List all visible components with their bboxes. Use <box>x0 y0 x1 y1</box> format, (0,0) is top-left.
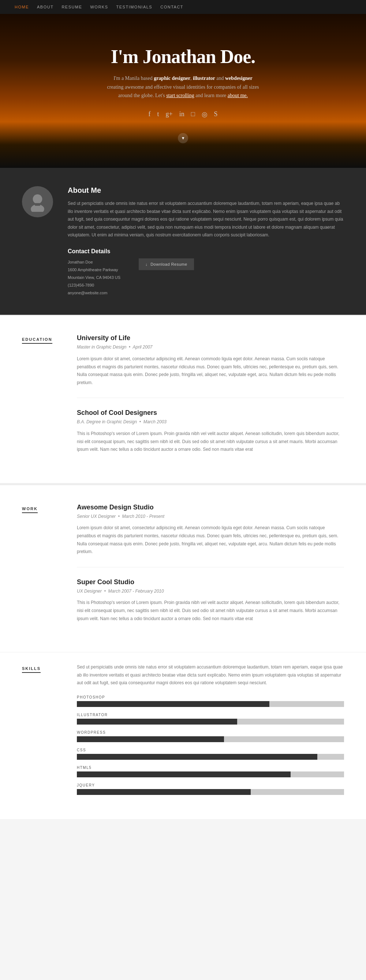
googleplus-icon[interactable]: g+ <box>165 110 173 118</box>
contact-address1: 1600 Amphitheatre Parkway <box>68 266 120 274</box>
navigation: HOME ABOUT RESUME WORKS TESTIMONIALS CON… <box>0 0 366 14</box>
work-desc-1: Lorem ipsum dolor sit amet, consectetur … <box>77 524 344 555</box>
work-item-1: Awesome Design Studio Senior UX Designer… <box>77 504 344 556</box>
education-item-2: School of Cool Designers B.A. Degree in … <box>77 409 344 453</box>
about-content: About Me Sed ut perspiciatis unde omnis … <box>68 186 344 296</box>
skill-bar-html5 <box>77 772 344 777</box>
skill-bar-wordpress <box>77 736 344 742</box>
contact-address2: Mountain View, CA 94043 US <box>68 274 120 282</box>
education-item-1: University of Life Master in Graphic Des… <box>77 334 344 387</box>
contact-row: Jonathan Doe 1600 Amphitheatre Parkway M… <box>68 258 344 296</box>
education-label: EDUCATION <box>22 334 59 465</box>
hero-title: I'm Jonathan Doe. <box>111 46 255 67</box>
contact-details: Contact Details Jonathan Doe 1600 Amphit… <box>68 248 344 296</box>
nav-contact[interactable]: CONTACT <box>160 5 183 9</box>
dribbble-icon[interactable]: ◎ <box>202 110 208 118</box>
about-section: About Me Sed ut perspiciatis unde omnis … <box>0 168 366 315</box>
skill-illustrator: ILLUSTRATOR <box>77 713 344 725</box>
download-resume-button[interactable]: ↓ Download Resume <box>139 258 193 270</box>
skills-section: SKILLS Sed ut perspiciatis unde omnis is… <box>0 652 366 819</box>
nav-resume[interactable]: RESUME <box>62 5 82 9</box>
about-bio: Sed ut perspiciatis unde omnis iste natu… <box>68 200 344 239</box>
skill-bar-jquery <box>77 789 344 795</box>
svg-rect-2 <box>35 203 40 205</box>
skill-jquery: JQUERY <box>77 783 344 795</box>
facebook-icon[interactable]: f <box>148 110 151 118</box>
work-title-2: Super Cool Studio <box>77 578 344 586</box>
download-label: Download Resume <box>151 262 187 266</box>
hero-description: I'm a Manila based graphic designer, ill… <box>106 74 260 100</box>
skype-icon[interactable]: S <box>214 110 218 118</box>
nav-testimonials[interactable]: TESTIMONIALS <box>116 5 153 9</box>
skill-bar-css <box>77 754 344 760</box>
edu-title-2: School of Cool Designers <box>77 409 344 417</box>
work-item-2: Super Cool Studio UX Designer • March 20… <box>77 578 344 623</box>
instagram-icon[interactable]: □ <box>191 110 195 118</box>
skills-intro: Sed ut perspiciatis unde omnis iste natu… <box>77 663 344 687</box>
skill-bar-photoshop <box>77 701 344 707</box>
nav-works[interactable]: WORKS <box>90 5 108 9</box>
skill-css: CSS <box>77 748 344 760</box>
work-content: Awesome Design Studio Senior UX Designer… <box>77 504 344 634</box>
work-label: WORK <box>22 504 59 634</box>
contact-info: Jonathan Doe 1600 Amphitheatre Parkway M… <box>68 258 120 296</box>
hero-section: I'm Jonathan Doe. I'm a Manila based gra… <box>0 14 366 168</box>
edu-meta-2: B.A. Degree in Graphic Design • March 20… <box>77 418 344 426</box>
edu-desc-1: Lorem ipsum dolor sit amet, consectetur … <box>77 355 344 387</box>
edu-meta-1: Master in Graphic Design • April 2007 <box>77 344 344 352</box>
linkedin-icon[interactable]: in <box>179 110 184 118</box>
nav-home[interactable]: HOME <box>15 5 29 9</box>
contact-email: anyone@website.com <box>68 289 120 297</box>
nav-about[interactable]: ABOUT <box>37 5 54 9</box>
work-section: WORK Awesome Design Studio Senior UX Des… <box>0 483 366 652</box>
about-heading: About Me <box>68 186 344 195</box>
work-meta-2: UX Designer • March 2007 - February 2010 <box>77 587 344 595</box>
skills-content: Sed ut perspiciatis unde omnis iste natu… <box>77 663 344 801</box>
education-section: EDUCATION University of Life Master in G… <box>0 315 366 483</box>
skill-photoshop: PHOTOSHOP <box>77 695 344 707</box>
work-title-1: Awesome Design Studio <box>77 504 344 511</box>
education-content: University of Life Master in Graphic Des… <box>77 334 344 465</box>
svg-point-0 <box>33 194 43 204</box>
download-icon: ↓ <box>145 262 147 266</box>
edu-desc-2: This is Photoshop's version of Lorem ips… <box>77 430 344 454</box>
work-meta-1: Senior UX Designer • March 2010 - Presen… <box>77 513 344 521</box>
contact-heading: Contact Details <box>68 248 344 255</box>
skill-bar-illustrator <box>77 719 344 725</box>
edu-title-1: University of Life <box>77 334 344 342</box>
contact-phone: (123)456-7890 <box>68 282 120 289</box>
skills-label: SKILLS <box>22 663 59 801</box>
work-desc-2: This is Photoshop's version of Lorem ips… <box>77 599 344 623</box>
skill-html5: HTML5 <box>77 765 344 777</box>
scroll-down-button[interactable]: ▾ <box>178 133 188 143</box>
social-icons: f t g+ in □ ◎ S <box>148 110 217 118</box>
skill-wordpress: WORDPRESS <box>77 730 344 742</box>
avatar <box>22 186 53 217</box>
contact-name: Jonathan Doe <box>68 258 120 266</box>
twitter-icon[interactable]: t <box>157 110 159 118</box>
